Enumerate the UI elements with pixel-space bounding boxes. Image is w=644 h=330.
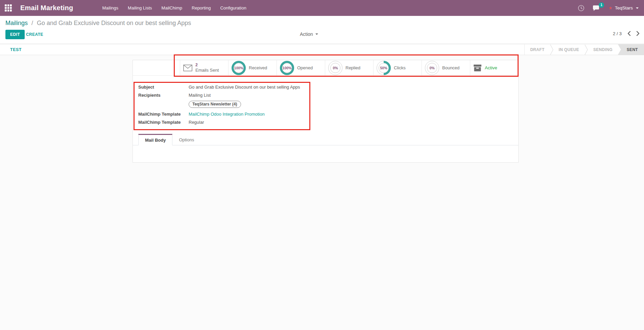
edit-button[interactable]: EDIT	[5, 30, 25, 39]
pager-value: 2 / 3	[613, 31, 622, 36]
emails-sent-label: Emails Sent	[195, 68, 219, 73]
opened-donut: 100%	[280, 61, 294, 75]
create-button[interactable]: CREATE	[26, 32, 43, 37]
chevron-down-icon	[636, 7, 639, 9]
replied-label: Replied	[345, 65, 360, 70]
clicks-label: Clicks	[394, 65, 406, 70]
emails-sent-count: 2	[195, 63, 219, 68]
stage-sent[interactable]: SENT	[618, 44, 644, 55]
tab-mail-body[interactable]: Mail Body	[138, 134, 172, 145]
stage-separator-icon	[550, 44, 553, 55]
active-stat-button[interactable]: Active	[470, 60, 518, 75]
form-view-content: 2 Emails Sent 100% Received 100%	[0, 55, 644, 330]
clicks-donut: 50%	[377, 61, 391, 75]
action-label: Action	[300, 31, 313, 37]
stage-in-queue[interactable]: IN QUEUE	[553, 44, 585, 55]
email-marketing-page: Email Marketing Mailings Mailing Lists M…	[0, 0, 644, 330]
stage-draft[interactable]: DRAFT	[525, 44, 550, 55]
mail-body-tab-content	[133, 145, 518, 162]
stage-separator-icon	[585, 44, 588, 55]
menu-reporting[interactable]: Reporting	[192, 5, 211, 10]
mailchimp-template-type-field-row: MailChimp Template Regular	[138, 120, 518, 125]
mailing-list-tag-row: TeqStars Newsletter (4)	[138, 101, 518, 108]
stat-button-box: 2 Emails Sent 100% Received 100%	[133, 60, 518, 76]
mailchimp-template-field-label: MailChimp Template	[138, 112, 189, 117]
form-statusbar: TEST DRAFT IN QUEUE SENDING SENT	[0, 44, 644, 55]
received-label: Received	[249, 65, 267, 70]
menu-configuration[interactable]: Configuration	[220, 5, 246, 10]
subject-field-value: Go and Grab Exclusive Discount on our be…	[189, 85, 300, 90]
clicks-stat-button[interactable]: 50% Clicks	[373, 60, 422, 75]
form-fields: Subject Go and Grab Exclusive Discount o…	[133, 76, 518, 125]
control-panel: Mailings / Go and Grab Exclusive Discoun…	[0, 16, 644, 44]
messages-chat-icon[interactable]: 1	[593, 5, 600, 11]
subject-field-label: Subject	[138, 85, 189, 90]
action-dropdown[interactable]: Action	[300, 31, 318, 37]
pager-previous-icon[interactable]	[627, 31, 631, 36]
envelope-icon	[183, 65, 192, 71]
recipients-field-value: Mailing List	[189, 93, 211, 98]
chevron-down-icon	[315, 33, 318, 35]
stage-sending[interactable]: SENDING	[588, 44, 618, 55]
app-title[interactable]: Email Marketing	[20, 4, 73, 12]
pager-next-icon[interactable]	[636, 31, 640, 36]
stage-steps: DRAFT IN QUEUE SENDING SENT	[524, 44, 644, 55]
breadcrumb-separator: /	[31, 20, 33, 26]
replied-donut: 0%	[328, 61, 342, 75]
mailchimp-template-link[interactable]: MailChimp Odoo Integration Promotion	[189, 112, 265, 117]
breadcrumb-mailings-link[interactable]: Mailings	[5, 20, 28, 26]
menu-mailchimp[interactable]: MailChimp	[162, 5, 182, 10]
opened-stat-button[interactable]: 100% Opened	[277, 60, 325, 75]
tab-options[interactable]: Options	[172, 134, 200, 145]
mailchimp-template-field-row: MailChimp Template MailChimp Odoo Integr…	[138, 112, 518, 117]
emails-sent-stat-button[interactable]: 2 Emails Sent	[180, 60, 228, 75]
active-label: Active	[485, 65, 497, 70]
apps-menu-icon[interactable]	[5, 4, 12, 11]
archive-box-icon	[473, 64, 482, 72]
mailchimp-template-type-field-label: MailChimp Template	[138, 120, 189, 125]
menu-mailings[interactable]: Mailings	[102, 5, 118, 10]
bounced-donut: 0%	[425, 61, 439, 75]
form-sheet: 2 Emails Sent 100% Received 100%	[133, 60, 519, 163]
pager: 2 / 3	[613, 31, 640, 36]
breadcrumb: Mailings / Go and Grab Exclusive Discoun…	[5, 20, 191, 27]
received-stat-button[interactable]: 100% Received	[228, 60, 277, 75]
replied-stat-button[interactable]: 0% Replied	[325, 60, 373, 75]
menu-mailing-lists[interactable]: Mailing Lists	[128, 5, 152, 10]
activities-clock-icon[interactable]	[578, 5, 585, 11]
bounced-stat-button[interactable]: 0% Bounced	[422, 60, 470, 75]
notebook-tabs: Mail Body Options	[133, 134, 518, 145]
user-name: TeqStars	[615, 5, 633, 10]
chat-badge: 1	[599, 2, 604, 8]
recipients-field-label: Recipients	[138, 93, 189, 98]
mailchimp-template-type-value: Regular	[189, 120, 204, 125]
opened-label: Opened	[297, 65, 313, 70]
test-button[interactable]: TEST	[10, 47, 22, 52]
top-navbar: Email Marketing Mailings Mailing Lists M…	[0, 0, 644, 16]
mailing-list-tag: TeqStars Newsletter (4)	[189, 101, 241, 108]
received-donut: 100%	[232, 61, 246, 75]
user-menu[interactable]: ★ TeqStars	[609, 5, 639, 10]
subject-field-row: Subject Go and Grab Exclusive Discount o…	[138, 85, 518, 90]
company-star-icon: ★	[609, 5, 613, 10]
main-menu: Mailings Mailing Lists MailChimp Reporti…	[102, 5, 246, 10]
recipients-field-row: Recipients Mailing List	[138, 93, 518, 98]
navbar-right: 1 ★ TeqStars	[578, 5, 639, 11]
breadcrumb-current: Go and Grab Exclusive Discount on our be…	[37, 20, 191, 26]
bounced-label: Bounced	[442, 65, 459, 70]
